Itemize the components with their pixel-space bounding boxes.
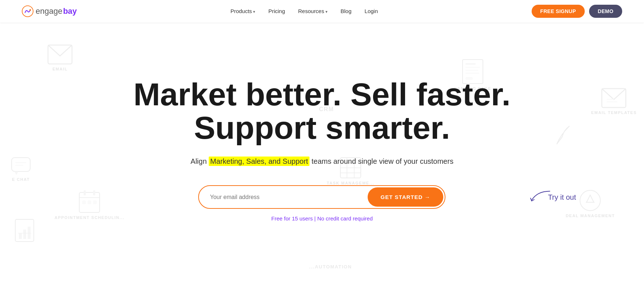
bg-automation-label: ...AUTOMATION [309, 264, 352, 269]
svg-line-31 [557, 137, 562, 144]
nav-item-products[interactable]: Products [231, 8, 255, 15]
svg-marker-13 [15, 171, 18, 175]
svg-rect-9 [602, 89, 626, 107]
hero-subtitle-before: Align [191, 157, 209, 165]
svg-rect-33 [19, 233, 22, 239]
nav-cta: FREE SIGNUP DEMO [532, 5, 622, 18]
bg-email-icon: EMAIL [47, 44, 73, 71]
logo-text-bay: bay [63, 7, 77, 16]
hero-subtitle-highlight: Marketing, Sales, and Support [209, 157, 309, 166]
svg-rect-24 [84, 190, 86, 195]
try-it-label: Try it out [548, 193, 576, 201]
email-form-row: GET STARTED → Try it out [133, 185, 511, 209]
bg-email-label: EMAIL [52, 67, 68, 71]
svg-rect-12 [12, 158, 30, 171]
hero-title-line1: Market better. Sell faster. [133, 76, 511, 112]
nav-link-pricing[interactable]: Pricing [268, 8, 285, 14]
svg-rect-27 [88, 200, 91, 204]
try-it-out: Try it out [541, 193, 576, 201]
email-input[interactable] [199, 187, 366, 207]
try-it-out-arrow-icon [530, 189, 552, 204]
svg-point-29 [580, 190, 600, 211]
svg-rect-5 [465, 67, 480, 68]
hero-content: Market better. Sell faster. Support smar… [133, 78, 511, 222]
get-started-button[interactable]: GET STARTED → [368, 187, 444, 207]
navbar: engagebay Products Pricing Resources Blo… [0, 0, 644, 23]
logo-icon [22, 5, 33, 17]
bg-email-templates-label: EMAIL TEMPLATES [591, 110, 637, 115]
nav-links: Products Pricing Resources Blog Login [231, 8, 378, 15]
free-note: Free for 15 users | No credit card requi… [133, 215, 511, 222]
logo[interactable]: engagebay [22, 5, 77, 17]
svg-rect-10 [607, 99, 614, 100]
nav-link-resources[interactable]: Resources [298, 8, 328, 14]
svg-rect-25 [93, 190, 95, 195]
svg-rect-26 [82, 200, 86, 204]
svg-rect-15 [15, 165, 23, 166]
demo-button[interactable]: DEMO [589, 5, 622, 18]
svg-rect-35 [28, 227, 31, 239]
svg-point-1 [29, 9, 31, 11]
bg-appointment-label: APPOINTMENT SCHEDULIN... [55, 215, 124, 220]
bg-deal-mgmt-label: DEAL MANAGEMENT [566, 214, 615, 218]
nav-item-resources[interactable]: Resources [298, 8, 328, 15]
bg-chart-icon [15, 219, 35, 242]
nav-link-products[interactable]: Products [231, 8, 255, 14]
svg-rect-11 [607, 101, 617, 102]
hero-title: Market better. Sell faster. Support smar… [133, 78, 511, 145]
nav-item-login[interactable]: Login [365, 8, 378, 15]
svg-rect-14 [15, 162, 26, 163]
nav-link-login[interactable]: Login [365, 8, 378, 14]
hero-title-line2: Support smarter. [194, 110, 450, 146]
hero-section: EMAIL LANDING PAGE EMAIL TEMPLATES [0, 23, 644, 284]
nav-item-pricing[interactable]: Pricing [268, 8, 285, 15]
svg-rect-32 [15, 219, 34, 242]
svg-rect-22 [79, 192, 100, 212]
email-input-wrap: GET STARTED → [198, 185, 445, 209]
free-signup-button[interactable]: FREE SIGNUP [532, 5, 585, 18]
bg-live-chat-label: E CHAT [12, 177, 30, 182]
bg-live-chat-icon: E CHAT [11, 157, 31, 182]
svg-rect-34 [23, 230, 26, 239]
bg-appointment-icon: APPOINTMENT SCHEDULIN... [55, 190, 124, 220]
logo-text-engage: engage [36, 7, 62, 16]
bg-email-templates-icon: EMAIL TEMPLATES [591, 88, 637, 115]
svg-rect-28 [93, 200, 97, 204]
nav-link-blog[interactable]: Blog [341, 8, 352, 14]
hero-subtitle: Align Marketing, Sales, and Support team… [133, 155, 511, 167]
hero-subtitle-after: teams around single view of your custome… [309, 157, 453, 165]
svg-rect-7 [465, 73, 479, 74]
nav-item-blog[interactable]: Blog [341, 8, 352, 15]
bg-feather-icon [553, 124, 571, 146]
svg-rect-4 [465, 63, 476, 65]
svg-rect-6 [465, 70, 478, 71]
svg-rect-2 [48, 45, 72, 64]
